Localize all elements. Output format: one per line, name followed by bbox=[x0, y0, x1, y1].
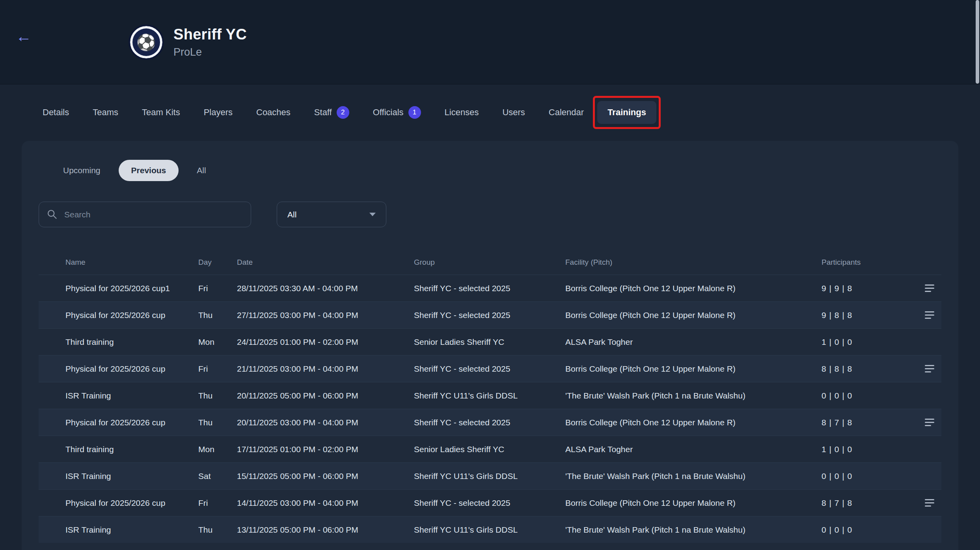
cell-group: Senior Ladies Sheriff YC bbox=[414, 445, 565, 454]
row-menu-icon[interactable] bbox=[922, 497, 937, 509]
cell-name: Third training bbox=[39, 445, 198, 454]
cell-group: Sheriff YC U11's Girls DDSL bbox=[414, 471, 565, 481]
tab-staff[interactable]: Staff2 bbox=[304, 100, 360, 125]
soccer-ball-icon: ⚽ bbox=[136, 34, 156, 50]
chevron-down-icon bbox=[369, 213, 376, 216]
tab-label: Players bbox=[204, 107, 233, 118]
cell-group: Sheriff YC - selected 2025 bbox=[414, 364, 565, 374]
filter-pills: UpcomingPreviousAll bbox=[50, 160, 941, 181]
cell-date: 13/11/2025 05:00 PM - 06:00 PM bbox=[237, 525, 414, 535]
cell-facility: Borris College (Pitch One 12 Upper Malon… bbox=[565, 364, 822, 374]
cell-day: Fri bbox=[198, 284, 237, 293]
tab-label: Coaches bbox=[256, 107, 291, 118]
cell-participants: 1 | 0 | 0 bbox=[822, 337, 915, 347]
filter-pill-all[interactable]: All bbox=[184, 160, 218, 181]
cell-group: Sheriff YC - selected 2025 bbox=[414, 284, 565, 293]
table-row[interactable]: Physical for 2025/2026 cup Thu 27/11/202… bbox=[39, 301, 941, 328]
cell-facility: Borris College (Pitch One 12 Upper Malon… bbox=[565, 311, 822, 320]
tab-count-badge: 1 bbox=[408, 106, 421, 119]
search-icon bbox=[47, 209, 58, 220]
cell-name: Physical for 2025/2026 cup bbox=[39, 498, 198, 508]
cell-participants: 8 | 7 | 8 bbox=[822, 498, 915, 508]
cell-day: Fri bbox=[198, 364, 237, 374]
back-button[interactable]: ← bbox=[16, 28, 32, 44]
tab-label: Users bbox=[502, 107, 525, 118]
cell-group: Sheriff YC - selected 2025 bbox=[414, 311, 565, 320]
row-menu-icon[interactable] bbox=[922, 416, 937, 428]
tab-trainings[interactable]: Trainings bbox=[597, 101, 656, 124]
cell-participants: 8 | 7 | 8 bbox=[822, 418, 915, 427]
cell-participants: 9 | 8 | 8 bbox=[822, 311, 915, 320]
cell-date: 28/11/2025 03:30 AM - 04:00 PM bbox=[237, 284, 414, 293]
column-header-day: Day bbox=[198, 258, 237, 267]
cell-name: ISR Training bbox=[39, 471, 198, 481]
trainings-table: Name Day Date Group Facility (Pitch) Par… bbox=[39, 250, 941, 543]
tab-users[interactable]: Users bbox=[492, 101, 535, 124]
dropdown-selected-value: All bbox=[287, 210, 296, 219]
search-input[interactable] bbox=[39, 202, 251, 227]
tab-label: Licenses bbox=[445, 107, 479, 118]
tab-officials[interactable]: Officials1 bbox=[363, 100, 431, 125]
table-row[interactable]: Third training Mon 24/11/2025 01:00 PM -… bbox=[39, 328, 941, 355]
tab-calendar[interactable]: Calendar bbox=[538, 101, 594, 124]
cell-day: Thu bbox=[198, 311, 237, 320]
cell-date: 20/11/2025 05:00 PM - 06:00 PM bbox=[237, 391, 414, 400]
tab-label: Staff bbox=[314, 107, 332, 118]
cell-name: Physical for 2025/2026 cup bbox=[39, 418, 198, 427]
table-row[interactable]: Physical for 2025/2026 cup Fri 14/11/202… bbox=[39, 489, 941, 516]
cell-name: Physical for 2025/2026 cup bbox=[39, 311, 198, 320]
cell-participants: 0 | 0 | 0 bbox=[822, 471, 915, 481]
row-menu-icon[interactable] bbox=[922, 282, 937, 294]
table-row[interactable]: ISR Training Sat 15/11/2025 05:00 PM - 0… bbox=[39, 462, 941, 489]
cell-day: Sat bbox=[198, 471, 237, 481]
cell-day: Thu bbox=[198, 525, 237, 535]
column-header-participants: Participants bbox=[822, 258, 915, 267]
table-row[interactable]: Physical for 2025/2026 cup Fri 21/11/202… bbox=[39, 355, 941, 382]
cell-day: Fri bbox=[198, 498, 237, 508]
group-filter-dropdown[interactable]: All bbox=[277, 202, 386, 227]
tab-coaches[interactable]: Coaches bbox=[246, 101, 301, 124]
cell-name: ISR Training bbox=[39, 525, 198, 535]
filter-pill-upcoming[interactable]: Upcoming bbox=[50, 160, 113, 181]
cell-participants: 0 | 0 | 0 bbox=[822, 525, 915, 535]
tab-label: Team Kits bbox=[142, 107, 180, 118]
club-header: ← ⚽ Sheriff YC ProLe bbox=[0, 0, 980, 84]
table-row[interactable]: Third training Mon 17/11/2025 01:00 PM -… bbox=[39, 436, 941, 462]
tab-team-kits[interactable]: Team Kits bbox=[132, 101, 190, 124]
cell-facility: Borris College (Pitch One 12 Upper Malon… bbox=[565, 418, 822, 427]
table-row[interactable]: Physical for 2025/2026 cup1 Fri 28/11/20… bbox=[39, 275, 941, 301]
cell-participants: 0 | 0 | 0 bbox=[822, 391, 915, 400]
filter-pill-previous[interactable]: Previous bbox=[119, 160, 179, 181]
row-menu-icon[interactable] bbox=[922, 309, 937, 321]
cell-date: 14/11/2025 03:00 PM - 04:00 PM bbox=[237, 498, 414, 508]
cell-facility: 'The Brute' Walsh Park (Pitch 1 na Brute… bbox=[565, 471, 822, 481]
cell-name: Physical for 2025/2026 cup1 bbox=[39, 284, 198, 293]
cell-participants: 9 | 9 | 8 bbox=[822, 284, 915, 293]
cell-date: 21/11/2025 03:00 PM - 04:00 PM bbox=[237, 364, 414, 374]
cell-group: Senior Ladies Sheriff YC bbox=[414, 337, 565, 347]
tab-label: Calendar bbox=[549, 107, 584, 118]
table-row[interactable]: ISR Training Thu 13/11/2025 05:00 PM - 0… bbox=[39, 516, 941, 543]
tab-players[interactable]: Players bbox=[194, 101, 243, 124]
tab-label: Details bbox=[43, 107, 69, 118]
tab-bar: DetailsTeamsTeam KitsPlayersCoachesStaff… bbox=[0, 84, 980, 140]
table-row[interactable]: ISR Training Thu 20/11/2025 05:00 PM - 0… bbox=[39, 382, 941, 409]
cell-group: Sheriff YC - selected 2025 bbox=[414, 418, 565, 427]
table-row[interactable]: Physical for 2025/2026 cup Thu 20/11/202… bbox=[39, 409, 941, 436]
tab-details[interactable]: Details bbox=[32, 101, 79, 124]
cell-group: Sheriff YC - selected 2025 bbox=[414, 498, 565, 508]
tab-teams[interactable]: Teams bbox=[82, 101, 129, 124]
cell-facility: Borris College (Pitch One 12 Upper Malon… bbox=[565, 498, 822, 508]
filter-controls: All bbox=[39, 202, 941, 227]
cell-facility: ALSA Park Togher bbox=[565, 445, 822, 454]
cell-group: Sheriff YC U11's Girls DDSL bbox=[414, 391, 565, 400]
table-header-row: Name Day Date Group Facility (Pitch) Par… bbox=[39, 250, 941, 275]
club-logo: ⚽ bbox=[129, 24, 164, 60]
trainings-card: UpcomingPreviousAll All Name Day Date Gr… bbox=[22, 141, 958, 550]
tab-licenses[interactable]: Licenses bbox=[434, 101, 489, 124]
table-body: Physical for 2025/2026 cup1 Fri 28/11/20… bbox=[39, 275, 941, 543]
scrollbar-thumb[interactable] bbox=[976, 0, 979, 84]
row-menu-icon[interactable] bbox=[922, 363, 937, 375]
cell-day: Thu bbox=[198, 418, 237, 427]
tab-label: Teams bbox=[93, 107, 118, 118]
